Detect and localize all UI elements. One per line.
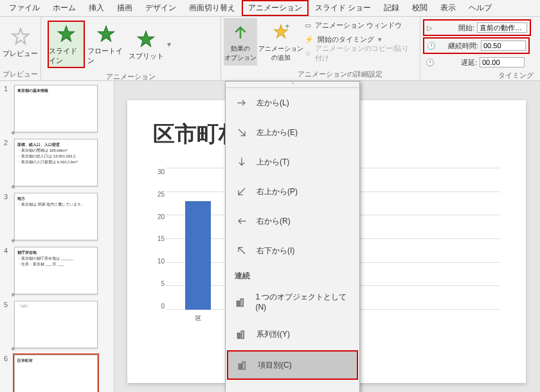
arrow-icon bbox=[235, 96, 249, 110]
dropdown-item[interactable]: 項目別(C) bbox=[227, 350, 358, 380]
gallery-more-icon[interactable]: ▾ bbox=[167, 40, 171, 49]
menu-home[interactable]: ホーム bbox=[46, 0, 82, 16]
start-select[interactable] bbox=[477, 22, 527, 33]
svg-marker-1 bbox=[59, 26, 75, 42]
effect-options-dropdown: ⌃ 左から(L)左上から(E)上から(T)右上から(P)右から(R)右下から(I… bbox=[225, 81, 360, 392]
anim-label: フロートイン bbox=[87, 46, 125, 66]
clock-icon: 🕐 bbox=[426, 58, 435, 67]
add-animation-button[interactable]: + アニメーション の追加 bbox=[262, 18, 300, 66]
anim-float-in[interactable]: フロートイン bbox=[87, 21, 125, 68]
arrow-icon bbox=[235, 214, 249, 228]
preview-button[interactable]: プレビュー bbox=[3, 18, 38, 66]
menu-animations[interactable]: アニメーション bbox=[242, 0, 309, 16]
ribbon-effect-options: 効果の オプション bbox=[221, 17, 260, 80]
svg-marker-2 bbox=[98, 26, 114, 42]
dropdown-item[interactable]: 1 つのオブジェクトとして(N) bbox=[226, 284, 359, 319]
slide-thumbnails: 1東京都の基本情報★2面積、総人口、人口密度・東京都の面積は 183.66km²… bbox=[0, 81, 114, 392]
svg-marker-0 bbox=[12, 28, 28, 44]
slide-thumb[interactable]: 4都庁所在地・東京都の都庁所在地は _____ 。・住所：東京都 ___ 区 _… bbox=[0, 243, 114, 297]
menu-bar: ファイル ホーム 挿入 描画 デザイン 画面切り替え アニメーション スライド … bbox=[0, 0, 540, 17]
dropdown-item[interactable]: 上から(T) bbox=[226, 147, 359, 177]
anim-label: スプリット bbox=[129, 51, 164, 61]
menu-transitions[interactable]: 画面切り替え bbox=[183, 0, 242, 16]
dropdown-item[interactable]: 右上から(P) bbox=[226, 177, 359, 206]
ribbon-group-advanced: + アニメーション の追加 ▭アニメーション ウィンドウ ⚡開始のタイミング ▾… bbox=[260, 17, 420, 80]
menu-slideshow[interactable]: スライド ショー bbox=[309, 0, 377, 16]
preview-star-icon bbox=[10, 26, 32, 48]
arrow-icon bbox=[235, 184, 249, 199]
painter-icon: ☆ bbox=[305, 49, 311, 58]
star-icon bbox=[95, 23, 117, 45]
star-plus-icon: + bbox=[270, 21, 292, 43]
menu-view[interactable]: 表示 bbox=[434, 0, 462, 16]
arrow-up-icon bbox=[230, 21, 251, 43]
clock-icon: 🕐 bbox=[427, 42, 436, 50]
effect-options-button[interactable]: 効果の オプション bbox=[224, 18, 257, 66]
anim-painter-button: ☆アニメーションのコピー/貼り付け bbox=[302, 46, 417, 60]
menu-draw[interactable]: 描画 bbox=[111, 0, 139, 16]
slide-thumb[interactable]: 3地方・東京都は 関東 地方に属しています。★ bbox=[0, 189, 114, 243]
dropdown-item[interactable]: 右下から(I) bbox=[226, 236, 359, 265]
bars-icon bbox=[235, 389, 249, 392]
add-anim-label: アニメーション の追加 bbox=[258, 44, 303, 62]
star-icon bbox=[55, 23, 77, 45]
dropdown-item[interactable]: 左上から(E) bbox=[226, 118, 359, 147]
timing-group-label: タイミング bbox=[423, 69, 537, 82]
menu-help[interactable]: ヘルプ bbox=[462, 0, 498, 16]
preview-label: プレビュー bbox=[3, 49, 38, 58]
ribbon-group-timing: ▷ 開始: 🕐 継続時間: 🕐 遅延: タイミング bbox=[420, 17, 540, 80]
menu-review[interactable]: 校閲 bbox=[406, 0, 434, 16]
duration-input[interactable] bbox=[481, 40, 526, 51]
menu-record[interactable]: 記録 bbox=[377, 0, 406, 16]
bars-icon bbox=[236, 358, 250, 372]
svg-rect-7 bbox=[240, 299, 243, 307]
svg-rect-10 bbox=[239, 364, 241, 369]
dropdown-item[interactable]: 左から(L) bbox=[226, 88, 359, 118]
ribbon: プレビュー プレビュー スライドイン フロートイン スプリット ▾ アニメーショ… bbox=[0, 17, 540, 81]
dropdown-section-sequence: 連続 bbox=[226, 265, 359, 284]
star-icon bbox=[135, 28, 157, 50]
dropdown-item[interactable]: 系列の要素別(... bbox=[226, 381, 359, 392]
delay-input[interactable] bbox=[480, 57, 525, 67]
slide-thumb[interactable]: 2面積、総人口、人口密度・東京都の面積は 183.66km²・東京都の総人口は … bbox=[0, 135, 114, 189]
arrow-icon bbox=[235, 155, 249, 169]
duration-label: 継続時間: bbox=[438, 41, 478, 51]
menu-insert[interactable]: 挿入 bbox=[82, 0, 111, 16]
preview-group-label: プレビュー bbox=[3, 68, 38, 80]
dropdown-item[interactable]: 系列別(Y) bbox=[226, 319, 359, 349]
svg-rect-6 bbox=[237, 301, 240, 306]
chart-bar bbox=[185, 201, 211, 310]
ribbon-group-preview: プレビュー プレビュー bbox=[0, 17, 41, 80]
play-icon: ▷ bbox=[427, 24, 432, 32]
svg-text:+: + bbox=[285, 22, 289, 31]
svg-rect-11 bbox=[242, 362, 245, 370]
svg-rect-9 bbox=[241, 331, 244, 339]
svg-rect-8 bbox=[237, 333, 240, 338]
slide-thumb[interactable]: 6区市町村★ bbox=[0, 351, 114, 392]
pane-icon: ▭ bbox=[305, 21, 311, 30]
anim-label: スライドイン bbox=[49, 46, 84, 66]
arrow-icon bbox=[235, 125, 249, 139]
effect-options-label: 効果の オプション bbox=[224, 44, 256, 62]
delay-label: 遅延: bbox=[437, 58, 477, 67]
slide-thumb[interactable]: 1東京都の基本情報★ bbox=[0, 81, 114, 135]
ribbon-group-animations: スライドイン フロートイン スプリット ▾ アニメーション bbox=[41, 17, 221, 80]
start-label: 開始: bbox=[435, 23, 474, 33]
anim-slide-in[interactable]: スライドイン bbox=[48, 21, 85, 68]
bars-icon bbox=[235, 327, 249, 341]
bars-icon bbox=[235, 295, 248, 309]
anim-split[interactable]: スプリット bbox=[127, 21, 165, 68]
advanced-group-label: アニメーションの詳細設定 bbox=[262, 68, 417, 80]
chart-yaxis: 302520151050 bbox=[153, 168, 165, 310]
arrow-icon bbox=[235, 244, 249, 258]
dropdown-handle[interactable]: ⌃ bbox=[226, 82, 359, 88]
anim-pane-button[interactable]: ▭アニメーション ウィンドウ bbox=[302, 18, 417, 32]
dropdown-item[interactable]: 右から(R) bbox=[226, 206, 359, 236]
svg-marker-3 bbox=[138, 31, 154, 46]
menu-file[interactable]: ファイル bbox=[3, 0, 46, 16]
slide-thumb[interactable]: 5〔地図〕★ bbox=[0, 297, 114, 351]
trigger-icon: ⚡ bbox=[305, 35, 314, 44]
menu-design[interactable]: デザイン bbox=[139, 0, 183, 16]
